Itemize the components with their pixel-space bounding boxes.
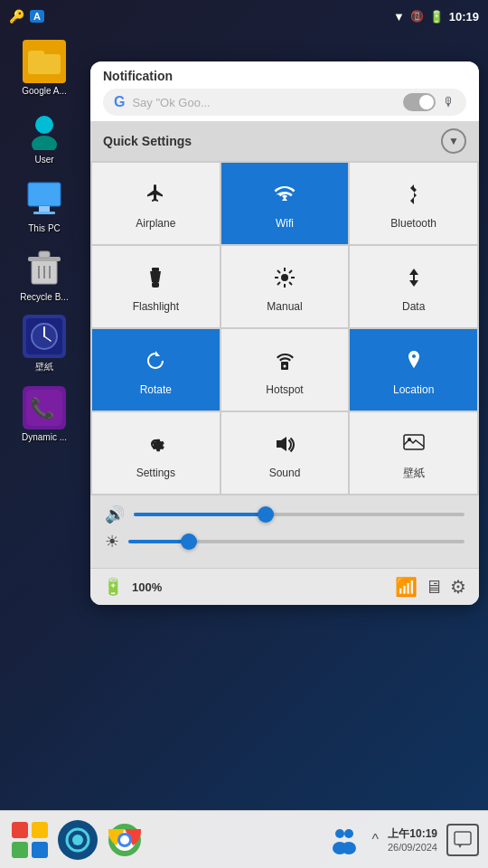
svg-marker-38: [277, 437, 286, 451]
wallpaper-tile-icon: [402, 431, 426, 460]
taskbar-chat-icon[interactable]: [446, 824, 479, 856]
svg-rect-43: [12, 842, 28, 858]
tile-bluetooth[interactable]: Bluetooth: [350, 163, 477, 244]
manual-label: Manual: [267, 300, 302, 313]
screen-mirror-icon[interactable]: 🖥: [425, 577, 443, 598]
battery-percent: 100%: [132, 580, 162, 594]
desktop-icon-folder[interactable]: Google A...: [4, 40, 85, 96]
svg-line-29: [289, 282, 292, 285]
volume-fill: [134, 513, 266, 516]
recycle-bin-label: Recycle B...: [20, 292, 68, 302]
bluetooth-label: Bluetooth: [390, 217, 436, 230]
wireless-settings-icon[interactable]: 📶: [395, 576, 418, 598]
quick-settings-panel: Notification G Say "Ok Goo... 🎙 Quick Se…: [90, 61, 479, 605]
sim-icon: 📵: [410, 10, 424, 23]
quick-settings-header: Quick Settings ▼: [90, 121, 479, 161]
svg-rect-5: [39, 206, 50, 212]
desktop-icons-area: Google A... User This PC: [0, 33, 89, 462]
tile-location[interactable]: Location: [350, 329, 477, 410]
svg-marker-33: [409, 280, 418, 287]
bottom-action-buttons: 📶 🖥 ⚙: [395, 576, 466, 598]
svg-line-30: [289, 270, 292, 273]
quick-settings-title: Quick Settings: [103, 134, 192, 148]
dynamic-icon: 📞: [23, 386, 66, 429]
svg-line-31: [277, 282, 280, 285]
svg-text:📞: 📞: [30, 396, 55, 420]
taskbar-date: 26/09/2024: [388, 842, 437, 853]
mic-icon: 🎙: [443, 95, 455, 109]
svg-marker-32: [409, 269, 418, 275]
settings-icon: [144, 432, 167, 461]
brightness-thumb: [181, 533, 197, 550]
brightness-track[interactable]: [128, 540, 465, 543]
wifi-status-icon: ▼: [393, 10, 405, 24]
tile-hotspot[interactable]: Hotspot: [221, 329, 349, 410]
hotspot-label: Hotspot: [266, 383, 303, 396]
svg-rect-1: [28, 51, 44, 58]
tile-settings[interactable]: Settings: [92, 412, 220, 494]
svg-line-28: [277, 270, 280, 273]
desktop-icon-wallpaper-clock[interactable]: 壁紙: [4, 315, 85, 373]
airplane-label: Airplane: [136, 217, 175, 230]
data-label: Data: [402, 300, 425, 313]
svg-marker-35: [155, 351, 160, 356]
taskbar-app-chrome[interactable]: [105, 820, 145, 860]
folder-label: Google A...: [22, 86, 66, 96]
tile-flashlight[interactable]: Flashlight: [92, 246, 220, 327]
gear-bottom-icon[interactable]: ⚙: [450, 576, 466, 598]
recycle-icon: [23, 246, 66, 289]
tile-data[interactable]: Data: [350, 246, 477, 327]
search-toggle[interactable]: [403, 93, 436, 111]
taskbar-chevron-up[interactable]: ^: [371, 832, 379, 848]
taskbar-right: ^ 上午10:19 26/09/2024: [326, 822, 479, 858]
airplane-icon: [144, 183, 167, 212]
taskbar-app-circle[interactable]: [58, 820, 98, 860]
tile-wallpaper[interactable]: 壁紙: [350, 412, 477, 494]
clock-display: 10:19: [449, 10, 479, 24]
bluetooth-icon: [402, 183, 426, 212]
tile-rotate[interactable]: Rotate: [92, 329, 220, 410]
brightness-slider-row: ☀: [105, 532, 465, 552]
taskbar-apps: [9, 819, 145, 861]
desktop-icon-user[interactable]: User: [4, 108, 85, 165]
svg-marker-21: [150, 271, 161, 282]
quick-settings-grid: Airplane Wifi Bluetooth: [90, 161, 479, 495]
desktop-icon-recycle-bin[interactable]: Recycle B...: [4, 246, 85, 302]
svg-point-52: [344, 829, 353, 838]
volume-slider-row: 🔊: [105, 505, 465, 524]
svg-point-37: [283, 365, 286, 368]
taskbar-people-icon[interactable]: [326, 822, 362, 858]
volume-thumb: [258, 506, 274, 523]
svg-point-3: [32, 136, 57, 150]
wallpaper-label: 壁紙: [403, 466, 425, 481]
tile-manual[interactable]: Manual: [221, 246, 349, 327]
svg-point-2: [35, 116, 53, 134]
svg-rect-22: [152, 282, 159, 288]
key-icon: 🔑: [9, 9, 24, 24]
taskbar-app-teams[interactable]: [9, 819, 51, 861]
svg-marker-56: [458, 844, 462, 848]
location-label: Location: [393, 383, 434, 396]
location-icon: [402, 349, 426, 378]
toggle-dot: [419, 95, 434, 109]
user-icon: [23, 108, 66, 152]
dynamic-label: Dynamic ...: [22, 432, 67, 442]
folder-icon: [23, 40, 66, 83]
tile-wifi[interactable]: Wifi: [221, 163, 349, 244]
wallpaper-clock-label: 壁紙: [35, 361, 53, 373]
desktop-icon-dynamic[interactable]: 📞 Dynamic ...: [4, 386, 85, 442]
sliders-area: 🔊 ☀: [90, 495, 479, 568]
wallpaper-clock-icon: [23, 315, 66, 358]
svg-point-40: [408, 438, 411, 441]
collapse-chevron[interactable]: ▼: [441, 128, 466, 154]
search-placeholder-text: Say "Ok Goo...: [132, 96, 396, 109]
notification-search-bar[interactable]: G Say "Ok Goo... 🎙: [103, 89, 466, 116]
monitor-icon: [23, 177, 66, 221]
tile-sound[interactable]: Sound: [221, 412, 349, 494]
status-left-icons: 🔑 A: [9, 9, 44, 24]
volume-track[interactable]: [134, 513, 465, 516]
notification-section: Notification G Say "Ok Goo... 🎙: [90, 61, 479, 121]
tile-airplane[interactable]: Airplane: [92, 163, 220, 244]
taskbar-clock: 上午10:19 26/09/2024: [388, 826, 437, 853]
desktop-icon-this-pc[interactable]: This PC: [4, 177, 85, 233]
